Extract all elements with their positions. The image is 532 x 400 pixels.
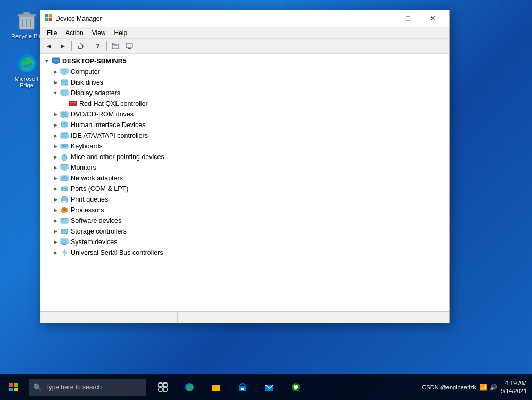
system-expand-btn[interactable]: ▶: [51, 238, 60, 246]
keyboards-label: Keyboards: [71, 143, 103, 150]
svg-point-26: [65, 84, 67, 85]
tree-item-computer[interactable]: ▶ Computer: [40, 66, 449, 77]
tree-item-disk-drives[interactable]: ▶ Disk drives: [40, 77, 449, 88]
storage-expand-btn[interactable]: ▶: [51, 227, 60, 236]
tree-item-keyboards[interactable]: ▶ Keyboards: [40, 141, 449, 152]
svg-rect-86: [61, 239, 68, 244]
taskbar-search[interactable]: 🔍 Type here to search: [29, 379, 146, 396]
tree-item-mice[interactable]: ▶ Mice and other pointing devices: [40, 152, 449, 162]
usb-expand-btn[interactable]: ▶: [51, 248, 60, 257]
processors-icon: [60, 206, 69, 214]
svg-rect-98: [163, 383, 167, 387]
svg-rect-46: [66, 145, 68, 146]
qxl-icon: [68, 99, 78, 108]
svg-rect-39: [61, 133, 68, 138]
device-tree: ▼ DESKTOP-SBMINR5 ▶: [40, 54, 449, 260]
network-tray-icon[interactable]: 📶: [479, 384, 487, 391]
close-button[interactable]: ✕: [420, 10, 445, 27]
mail-taskbar-button[interactable]: [256, 374, 282, 400]
tree-item-print-queues[interactable]: ▶ Print queues: [40, 194, 449, 205]
svg-rect-2: [23, 12, 30, 15]
svg-rect-8: [49, 14, 52, 17]
disk-drives-expand-btn[interactable]: ▶: [51, 78, 60, 87]
monitors-expand-btn[interactable]: ▶: [51, 163, 60, 172]
minimize-button[interactable]: —: [371, 10, 396, 27]
dvd-expand-btn[interactable]: ▶: [51, 110, 60, 119]
svg-rect-43: [62, 145, 63, 146]
computer-expand-btn[interactable]: ▶: [51, 68, 60, 76]
ports-expand-btn[interactable]: ▶: [51, 185, 60, 193]
keyboard-icon: [60, 142, 69, 151]
task-view-button[interactable]: [150, 374, 176, 400]
svg-rect-94: [14, 383, 18, 387]
start-button[interactable]: [0, 374, 27, 400]
help-button[interactable]: ?: [92, 40, 104, 52]
tree-item-network[interactable]: ▶ Network adapters: [40, 173, 449, 184]
svg-rect-17: [128, 48, 131, 49]
tree-item-software-devices[interactable]: ▶ Software devices: [40, 215, 449, 226]
taskbar: 🔍 Type here to search: [0, 374, 532, 400]
forward-button[interactable]: ►: [56, 40, 69, 52]
print-expand-btn[interactable]: ▶: [51, 195, 60, 204]
keyboards-expand-btn[interactable]: ▶: [51, 142, 60, 151]
speaker-tray-icon[interactable]: 🔊: [489, 384, 497, 391]
refresh-button[interactable]: [74, 40, 87, 52]
menubar: File Action View Help: [40, 27, 449, 39]
system-tray: 📶 🔊: [479, 384, 497, 391]
tree-item-monitors[interactable]: ▶ Monitors: [40, 162, 449, 173]
system-devices-label: System devices: [71, 238, 118, 246]
menu-view[interactable]: View: [88, 28, 110, 38]
dvd-label: DVD/CD-ROM drives: [71, 111, 134, 118]
svg-rect-15: [112, 43, 114, 45]
tree-item-hid[interactable]: ▶ Human Interface Devices: [40, 120, 449, 130]
tree-item-dvd-rom[interactable]: ▶ DVD/CD-ROM drives: [40, 109, 449, 120]
tree-root-item[interactable]: ▼ DESKTOP-SBMINR5: [40, 56, 449, 66]
menu-help[interactable]: Help: [110, 28, 132, 38]
clock-area[interactable]: 4:19 AM 9/14/2021: [501, 379, 527, 396]
tree-item-storage[interactable]: ▶ Storage controllers: [40, 226, 449, 237]
processors-expand-btn[interactable]: ▶: [51, 206, 60, 214]
hid-expand-btn[interactable]: ▶: [51, 121, 60, 129]
back-button[interactable]: ◄: [43, 40, 55, 52]
svg-rect-30: [69, 101, 77, 106]
network-expand-btn[interactable]: ▶: [51, 174, 60, 182]
svg-rect-97: [159, 383, 162, 387]
svg-rect-12: [112, 44, 119, 49]
tree-item-processors[interactable]: ▶ Processors: [40, 205, 449, 215]
tree-item-usb[interactable]: ▶ Universal Serial Bus controllers: [40, 247, 449, 258]
tree-item-ide-ata[interactable]: ▶ IDE ATA/ATAPI controllers: [40, 130, 449, 141]
mice-icon: [60, 153, 69, 161]
taskbar-app-icons: [150, 374, 309, 400]
svg-rect-20: [54, 63, 58, 64]
svg-rect-65: [62, 196, 66, 198]
svg-point-61: [62, 188, 63, 189]
menu-file[interactable]: File: [43, 28, 61, 38]
svg-rect-69: [63, 209, 66, 211]
ide-expand-btn[interactable]: ▶: [51, 131, 60, 140]
xbox-taskbar-button[interactable]: [283, 374, 309, 400]
tree-item-system-devices[interactable]: ▶ System devices: [40, 237, 449, 247]
software-expand-btn[interactable]: ▶: [51, 216, 60, 225]
tree-item-display-adapters[interactable]: ▼ Display adapters: [40, 88, 449, 98]
svg-point-62: [64, 188, 65, 189]
properties-button[interactable]: [109, 40, 122, 52]
store-taskbar-button[interactable]: [230, 374, 255, 400]
ide-label: IDE ATA/ATAPI controllers: [71, 132, 148, 139]
mice-expand-btn[interactable]: ▶: [51, 153, 60, 161]
display-button[interactable]: [123, 40, 136, 52]
svg-rect-23: [62, 74, 66, 75]
display-adapters-icon: [60, 89, 69, 97]
maximize-button[interactable]: □: [396, 10, 420, 27]
root-expand-btn[interactable]: ▼: [43, 57, 51, 65]
tree-item-red-hat-qxl[interactable]: Red Hat QXL controller: [40, 98, 449, 109]
explorer-taskbar-button[interactable]: [203, 374, 229, 400]
display-adapters-expand-btn[interactable]: ▼: [51, 89, 60, 97]
edge-taskbar-button[interactable]: [177, 374, 202, 400]
tree-item-ports[interactable]: ▶ Ports (COM & LPT): [40, 184, 449, 194]
hid-label: Human Interface Devices: [71, 121, 145, 129]
content-area[interactable]: ▼ DESKTOP-SBMINR5 ▶: [40, 54, 449, 311]
menu-action[interactable]: Action: [61, 28, 87, 38]
svg-point-50: [64, 155, 65, 156]
svg-rect-93: [9, 383, 13, 387]
svg-rect-7: [45, 14, 48, 17]
